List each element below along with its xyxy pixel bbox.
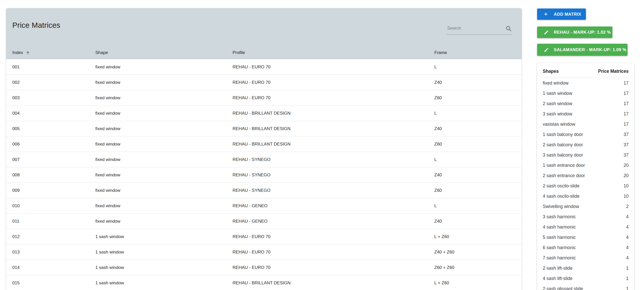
shape-summary-count: 37 [624,132,629,137]
shape-summary-row[interactable]: 2 sash glissant slide 1 [543,284,629,290]
shape-summary-name: vasistas window [543,122,575,127]
search-icon[interactable] [505,25,512,32]
shape-summary-row[interactable]: 3 sash balcony door 37 [543,150,629,160]
cell-shape: fixed window [95,80,233,85]
cell-shape: 1 sash window [95,250,233,255]
shape-summary-count: 4 [626,214,629,220]
cell-frame: Z40 [434,80,516,85]
table-row[interactable]: 003 fixed window REHAU - EURO 70 Z60 [6,90,522,106]
shape-summary-row[interactable]: fixed window 17 [543,78,629,88]
table-row[interactable]: 013 1 sash window REHAU - EURO 70 Z40 + … [6,244,522,260]
shape-summary-row[interactable]: 2 sash balcony door 37 [543,140,629,150]
cell-frame: L + Z60 [434,234,516,239]
table-row[interactable]: 001 fixed window REHAU - EURO 70 L [6,59,522,75]
shape-summary-count: 4 [626,245,629,250]
shape-summary-name: 6 sash harmonic [543,245,576,250]
cell-shape: fixed window [95,173,233,178]
search-field[interactable] [447,23,512,35]
table-row[interactable]: 004 fixed window REHAU - BRILLANT DESIGN… [6,106,522,121]
table-row[interactable]: 008 fixed window REHAU - SYNEGO Z40 [6,167,522,183]
rehau-markup-button[interactable]: REHAU - MARK-UP: 1.02 % [537,26,612,38]
cell-profile: REHAU - BRILLANT DESIGN [233,111,434,116]
shape-summary-row[interactable]: 4 sash oscilo-slide 10 [543,191,629,201]
table-row[interactable]: 009 fixed window REHAU - SYNEGO Z60 [6,183,522,198]
cell-profile: REHAU - EURO 70 [233,234,434,239]
shape-summary-row[interactable]: 4 sash harmonic 4 [543,222,629,232]
shape-summary-row[interactable]: 2 sash oscilo-slide 10 [543,181,629,191]
shape-summary-row[interactable]: 4 sash lift-slide 1 [543,273,629,284]
cell-profile: REHAU - BRILLANT DESIGN [233,126,434,131]
cell-index: 001 [12,65,95,70]
table-row[interactable]: 010 fixed window REHAU - GENEO L [6,198,522,214]
table-row[interactable]: 012 1 sash window REHAU - EURO 70 L + Z6… [6,229,522,244]
column-header-profile[interactable]: Profile [233,50,434,55]
cell-index: 010 [12,203,95,209]
table-row[interactable]: 007 fixed window REHAU - SYNEGO L [6,152,522,167]
cell-profile: REHAU - EURO 70 [233,265,434,270]
shape-summary-row[interactable]: 5 sash harmonic 4 [543,232,629,242]
shape-summary-count: 37 [624,142,629,148]
shape-summary-row[interactable]: 1 sash window 17 [543,88,629,98]
cell-shape: 1 sash window [95,234,233,239]
shape-summary-name: fixed window [543,80,568,86]
shape-summary-row[interactable]: 1 sash entrance door 20 [543,160,629,170]
cell-shape: fixed window [95,95,233,101]
cell-shape: fixed window [95,157,233,162]
shape-summary-row[interactable]: vasistas window 17 [543,119,629,129]
cell-profile: REHAU - SYNEGO [233,157,434,162]
shape-summary-count: 17 [624,91,629,96]
shape-summary-name: 2 sash window [543,101,572,106]
cell-frame: Z40 [434,126,516,131]
shapes-summary-header: Shapes Price Matrices [543,63,629,78]
shape-summary-row[interactable]: 2 sash lift-slide 1 [543,263,629,273]
shape-summary-count: 1 [626,276,629,281]
shapes-summary-header-shapes: Shapes [543,69,559,74]
column-header-index[interactable]: Index [12,50,95,55]
cell-index: 004 [12,111,95,116]
cell-index: 005 [12,126,95,131]
shape-summary-count: 17 [624,111,629,117]
cell-profile: REHAU - SYNEGO [233,188,434,193]
cell-index: 011 [12,219,95,224]
shape-summary-row[interactable]: 2 sash entrance door 20 [543,170,629,181]
search-input[interactable] [447,26,505,32]
cell-frame: Z60 [434,142,516,147]
cell-shape: fixed window [95,219,233,224]
cell-profile: REHAU - GENEO [233,219,434,224]
table-row[interactable]: 002 fixed window REHAU - EURO 70 Z40 [6,75,522,90]
table-row[interactable]: 011 fixed window REHAU - GENEO Z40 [6,214,522,229]
cell-frame: Z40 + Z60 [434,250,516,255]
shape-summary-row[interactable]: Swivelling window 2 [543,201,629,212]
shape-summary-count: 17 [624,101,629,106]
pencil-icon [544,30,549,35]
shape-summary-name: 2 sash entrance door [543,173,585,178]
cell-frame: Z60 [434,95,516,101]
shape-summary-row[interactable]: 3 sash harmonic 4 [543,212,629,222]
column-header-shape[interactable]: Shape [95,50,233,55]
shape-summary-row[interactable]: 6 sash harmonic 4 [543,242,629,253]
shape-summary-name: 7 sash harmonic [543,255,576,261]
table-row[interactable]: 006 fixed window REHAU - BRILLANT DESIGN… [6,137,522,152]
shape-summary-name: 4 sash lift-slide [543,276,573,281]
shape-summary-count: 2 [626,204,629,209]
cell-frame: Z60 [434,188,516,193]
column-header-frame[interactable]: Frame [434,50,516,55]
cell-shape: fixed window [95,188,233,193]
table-row[interactable]: 015 1 sash window REHAU - BRILLANT DESIG… [6,275,522,290]
cell-index: 006 [12,142,95,147]
shape-summary-count: 4 [626,235,629,240]
table-row[interactable]: 005 fixed window REHAU - BRILLANT DESIGN… [6,121,522,137]
shape-summary-row[interactable]: 1 sash balcony door 37 [543,129,629,140]
rehau-markup-button-label: REHAU - MARK-UP: 1.02 % [554,30,611,35]
salamander-markup-button[interactable]: SALAMANDER - MARK-UP: 1.09 % [537,44,628,56]
shape-summary-count: 17 [624,80,629,86]
cell-profile: REHAU - GENEO [233,203,434,209]
cell-profile: REHAU - EURO 70 [233,80,434,85]
shape-summary-row[interactable]: 2 sash window 17 [543,98,629,109]
shape-summary-row[interactable]: 7 sash harmonic 4 [543,253,629,263]
add-matrix-button-label: ADD MATRIX [554,12,581,17]
shape-summary-row[interactable]: 3 sash window 17 [543,109,629,119]
add-matrix-button[interactable]: ADD MATRIX [537,8,586,20]
shape-summary-count: 10 [624,183,629,189]
table-row[interactable]: 014 1 sash window REHAU - EURO 70 Z60 + … [6,260,522,275]
